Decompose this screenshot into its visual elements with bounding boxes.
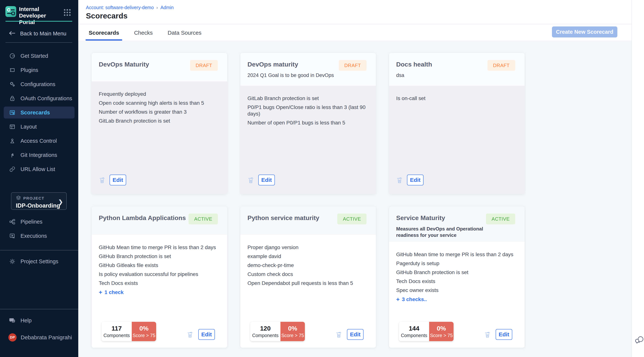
scorecard-icon — [9, 110, 16, 116]
edit-scorecard-button[interactable]: Edit — [496, 329, 512, 340]
card-title: Docs health — [396, 61, 487, 68]
score-label: Score > 75 — [133, 333, 156, 338]
components-score-stat: 144 Components 0% Score > 75 — [399, 322, 454, 341]
back-to-main-menu[interactable]: Back to Main Menu — [9, 28, 66, 39]
components-label: Components — [401, 333, 427, 338]
sidebar-item-git-integrations[interactable]: Git Integrations — [4, 149, 74, 161]
check-item: Pagerduty is setup — [396, 260, 519, 267]
status-badge: ACTIVE — [188, 214, 218, 224]
sidebar-item-layout[interactable]: Layout — [4, 121, 74, 133]
components-score-stat: 120 Components 0% Score > 75 — [250, 322, 305, 341]
edit-scorecard-button[interactable]: Edit — [258, 174, 275, 186]
check-item: Is on-call set — [396, 95, 519, 102]
card-description: 2024 Q1 Goal is to be good in DevOps — [248, 72, 338, 78]
arrow-left-icon — [9, 30, 15, 37]
divider — [6, 42, 72, 43]
breadcrumb-account-link[interactable]: Account: software-delivery-demo — [86, 5, 154, 10]
delete-scorecard-button[interactable] — [484, 331, 491, 338]
project-selector[interactable]: PROJECT IDP-Onboarding ❯ — [11, 192, 67, 210]
sidebar-item-project-settings[interactable]: Project Settings — [4, 256, 74, 268]
edit-scorecard-button[interactable]: Edit — [347, 329, 364, 340]
breadcrumb-admin-link[interactable]: Admin — [160, 5, 174, 10]
card-title: Python service maturity — [248, 214, 338, 222]
app-grid-icon[interactable] — [64, 9, 71, 17]
score-badge: 0% Score > 75 — [132, 322, 156, 341]
scorecard-card-devops-maturity-2: DevOps maturity DRAFT 2024 Q1 Goal is to… — [240, 53, 376, 194]
score-badge: 0% Score > 75 — [429, 322, 454, 341]
score-value: 0% — [140, 325, 148, 332]
support-chat-icon[interactable] — [634, 336, 644, 345]
edit-scorecard-button[interactable]: Edit — [198, 329, 215, 340]
check-item: GitHub Branch protection is set — [396, 269, 519, 276]
plugin-icon — [9, 67, 16, 73]
delete-scorecard-button[interactable] — [99, 176, 106, 184]
chevron-right-icon: ❯ — [58, 198, 63, 205]
sidebar-item-get-started[interactable]: Get Started — [4, 50, 74, 62]
check-item: Spec owner exists — [396, 287, 519, 294]
check-item: Tech Docs exists — [396, 278, 519, 284]
back-label: Back to Main Menu — [20, 30, 66, 37]
sidebar-item-access-control[interactable]: Access Control — [4, 135, 74, 147]
idp-logo-icon[interactable] — [6, 6, 16, 17]
sidebar-project-nav: Pipelines Executions — [4, 216, 74, 244]
check-item: GitLab Branch protection is set — [248, 95, 370, 102]
sidebar-item-help[interactable]: ? Help — [4, 314, 74, 326]
status-badge: DRAFT — [190, 60, 218, 71]
scorecards-grid: DevOps Maturity DRAFT Frequently deploye… — [92, 53, 524, 348]
logo-underline — [6, 21, 72, 22]
project-name: IDP-Onboarding — [16, 202, 63, 209]
add-check-link[interactable]: + 1 check — [99, 289, 222, 296]
check-item: Number of workflows is greater than 3 — [99, 109, 222, 115]
sidebar-nav: Get Started Plugins Configurations — [4, 50, 74, 178]
score-label: Score > 75 — [430, 333, 453, 338]
sidebar-item-configurations[interactable]: Configurations — [4, 78, 74, 90]
layout-icon — [9, 124, 16, 130]
person-icon — [9, 138, 16, 144]
check-item: GitHub Mean time to merge PR is less tha… — [396, 251, 519, 258]
create-new-scorecard-button[interactable]: Create New Scorecard — [552, 26, 617, 38]
delete-scorecard-button[interactable] — [336, 331, 342, 338]
tab-data-sources[interactable]: Data Sources — [164, 25, 204, 40]
avatar: DP — [8, 333, 16, 342]
delete-scorecard-button[interactable] — [248, 176, 254, 184]
tab-scorecards[interactable]: Scorecards — [86, 25, 122, 40]
check-item: Tech Docs exists — [99, 280, 222, 286]
status-badge: DRAFT — [339, 60, 366, 71]
scorecard-card-service-maturity: Service Maturity ACTIVE Measures all Dev… — [389, 206, 524, 348]
delete-scorecard-button[interactable] — [187, 331, 194, 338]
check-item: GitLab Branch protection is set — [99, 118, 222, 124]
tab-checks[interactable]: Checks — [131, 25, 156, 40]
components-score-stat: 117 Components 0% Score > 75 — [102, 322, 156, 341]
components-label: Components — [252, 333, 278, 338]
edit-scorecard-button[interactable]: Edit — [110, 174, 126, 186]
components-count: 117 — [112, 325, 122, 332]
check-item: P0/P1 bugs Open/Close ratio is less than… — [248, 104, 370, 117]
sidebar-item-scorecards[interactable]: Scorecards — [4, 106, 74, 118]
sidebar-item-url-allow-list[interactable]: URL Allow List — [4, 163, 74, 175]
check-item: Open Dependabot pull requests is less th… — [248, 280, 370, 286]
sidebar-item-pipelines[interactable]: Pipelines — [4, 216, 74, 228]
main-content: Account: software-delivery-demo › Admin … — [78, 0, 644, 357]
gear-icon — [9, 258, 16, 264]
sidebar-item-oauth-configurations[interactable]: OAuth Configurations — [4, 92, 74, 104]
user-menu[interactable]: DP Debabrata Panigrahi — [8, 333, 72, 342]
score-value: 0% — [437, 325, 446, 332]
layers-icon — [16, 195, 21, 201]
check-item: Open code scanning high alerts is less t… — [99, 100, 222, 106]
card-description: Measures all DevOps and Operational read… — [396, 226, 487, 238]
lock-icon — [9, 96, 16, 101]
card-title: DevOps maturity — [248, 61, 338, 68]
executions-icon — [9, 233, 16, 239]
delete-scorecard-button[interactable] — [396, 176, 403, 184]
git-branch-icon — [9, 152, 16, 158]
check-item: Proper django version — [248, 244, 370, 250]
scorecard-card-python-lambda-applications: Python Lambda Applications ACTIVE GitHub… — [92, 206, 227, 348]
divider — [0, 250, 78, 250]
edit-scorecard-button[interactable]: Edit — [407, 174, 424, 186]
breadcrumb: Account: software-delivery-demo › Admin — [86, 5, 174, 10]
sidebar-item-executions[interactable]: Executions — [4, 230, 74, 242]
status-badge: ACTIVE — [337, 214, 366, 224]
card-description: dsa — [396, 72, 487, 78]
add-check-link[interactable]: + 3 checks.. — [396, 296, 519, 303]
sidebar-item-plugins[interactable]: Plugins — [4, 64, 74, 76]
